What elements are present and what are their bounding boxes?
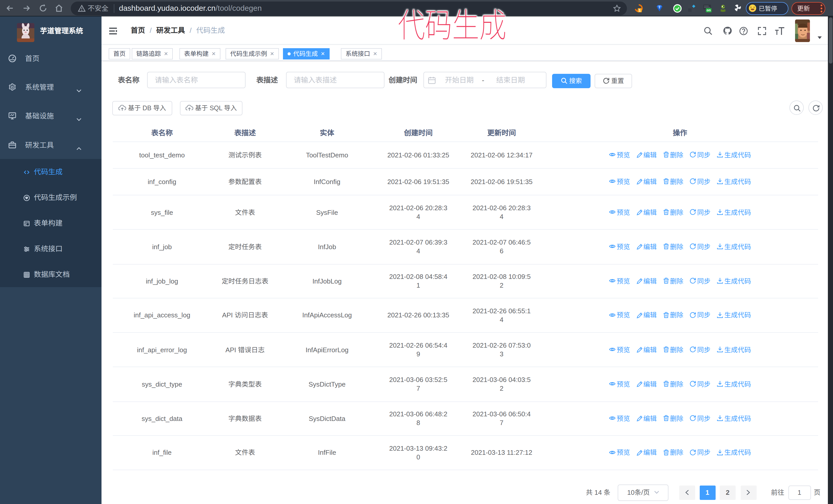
svg-text:1: 1 <box>639 8 641 12</box>
svg-text:on: on <box>707 8 711 12</box>
